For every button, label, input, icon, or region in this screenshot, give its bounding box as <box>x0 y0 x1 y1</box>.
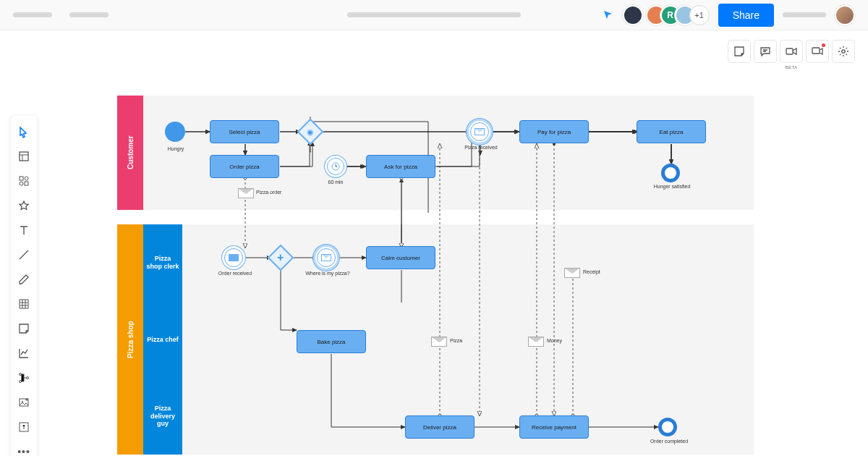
message-money[interactable] <box>528 337 544 347</box>
task-pay-for-pizza[interactable]: Pay for pizza <box>519 120 589 143</box>
svg-rect-6 <box>25 182 28 185</box>
table-icon <box>18 298 30 310</box>
task-receive-payment[interactable]: Receive payment <box>519 415 589 439</box>
task-bake-pizza[interactable]: Bake pizza <box>297 330 366 353</box>
task-select-pizza[interactable]: Select pizza <box>210 120 279 143</box>
start-event-hungry[interactable] <box>165 122 185 142</box>
tool-favorite[interactable] <box>17 198 31 213</box>
note-button[interactable] <box>728 40 751 63</box>
avatar-group: R +1 <box>652 5 710 25</box>
notification-dot-icon <box>822 43 825 47</box>
tool-export[interactable] <box>17 420 31 434</box>
present-icon <box>812 46 823 57</box>
svg-rect-8 <box>20 300 28 308</box>
svg-point-10 <box>20 381 22 383</box>
task-calm-customer[interactable]: Calm customer <box>366 246 435 269</box>
svg-point-5 <box>25 177 28 180</box>
label-hunger-satisfied: Hunger satisfied <box>647 184 697 189</box>
connectors-icon <box>18 372 30 384</box>
task-deliver-pizza[interactable]: Deliver pizza <box>405 415 475 439</box>
task-ask-for-pizza[interactable]: Ask for pizza <box>366 155 435 178</box>
label-pizza-order: Pizza order <box>256 190 289 195</box>
settings-button[interactable] <box>832 40 855 63</box>
svg-rect-4 <box>20 177 23 180</box>
end-event-hunger-satisfied[interactable] <box>661 164 680 182</box>
gateway-icon: ◉ <box>307 127 314 137</box>
tool-select[interactable] <box>17 124 31 139</box>
svg-point-2 <box>842 50 845 53</box>
share-button[interactable]: Share <box>718 4 774 27</box>
label-60min: 60 min <box>323 180 349 185</box>
svg-point-11 <box>27 377 29 379</box>
message-pizza-order[interactable] <box>238 188 254 198</box>
avatar-overflow-count[interactable]: +1 <box>689 5 710 25</box>
tool-text[interactable] <box>17 223 31 237</box>
placeholder-menu <box>783 12 826 17</box>
event-where-is-my-pizza[interactable] <box>317 248 336 267</box>
timer-event-60min[interactable] <box>327 158 344 175</box>
comment-button[interactable] <box>754 40 777 63</box>
text-icon <box>18 224 30 236</box>
clock-icon <box>331 162 340 171</box>
lane-body-customer <box>143 96 754 210</box>
avatar-profile[interactable] <box>835 5 855 25</box>
end-event-order-completed[interactable] <box>658 418 677 436</box>
avatar-current-user[interactable] <box>623 5 643 25</box>
tool-line[interactable] <box>17 248 31 262</box>
cursor-icon <box>17 125 30 138</box>
comment-icon <box>760 46 771 57</box>
label-pizza-received: Pizza received <box>461 145 501 150</box>
placeholder-subtitle <box>69 12 109 17</box>
secondary-toolbar: BETA <box>728 40 855 63</box>
tool-table[interactable] <box>17 297 31 311</box>
top-header: R +1 Share <box>0 0 868 30</box>
image-icon <box>18 397 30 408</box>
video-icon <box>786 46 797 57</box>
tool-pen[interactable] <box>17 272 31 287</box>
tool-template[interactable] <box>17 149 31 164</box>
svg-point-7 <box>20 182 23 185</box>
sticky-icon <box>18 323 30 334</box>
label-pizza: Pizza <box>450 338 472 343</box>
label-hungry: Hungry <box>162 146 190 151</box>
tool-image[interactable] <box>17 395 31 410</box>
cursor-icon <box>603 9 614 21</box>
pen-icon <box>18 274 30 285</box>
message-receipt[interactable] <box>564 268 580 278</box>
event-order-received[interactable] <box>224 248 243 267</box>
header-left <box>13 12 109 17</box>
label-order-received: Order received <box>216 271 255 276</box>
tool-more[interactable]: ••• <box>17 444 31 456</box>
star-icon <box>18 200 30 211</box>
tool-shapes[interactable] <box>17 174 31 188</box>
envelope-icon <box>229 254 239 261</box>
beta-label: BETA <box>786 65 797 69</box>
svg-rect-1 <box>812 48 820 54</box>
tool-sticky[interactable] <box>17 321 31 336</box>
diagram-canvas[interactable]: Customer Pizza shop Pizza shop clerk Piz… <box>117 96 754 455</box>
tool-chart[interactable] <box>17 346 31 360</box>
label-where-is-my-pizza: Where is my pizza? <box>304 271 352 276</box>
sublane-header-delivery[interactable]: Pizza delivery guy <box>143 378 182 455</box>
tool-connectors[interactable] <box>17 371 31 385</box>
placeholder-title <box>13 12 52 17</box>
event-pizza-received[interactable] <box>470 122 489 141</box>
envelope-icon <box>475 128 485 135</box>
gear-icon <box>838 46 849 57</box>
shapes-icon <box>18 175 30 187</box>
task-order-pizza[interactable]: Order pizza <box>210 155 279 178</box>
svg-rect-0 <box>786 48 793 54</box>
sublane-header-chef[interactable]: Pizza chef <box>143 301 182 378</box>
lane-header-customer[interactable]: Customer <box>117 96 143 210</box>
lane-header-pizza-shop[interactable]: Pizza shop <box>117 224 143 455</box>
task-eat-pizza[interactable]: Eat pizza <box>637 120 706 143</box>
present-button[interactable] <box>806 40 829 63</box>
line-icon <box>18 249 30 261</box>
export-icon <box>18 421 30 433</box>
lane-body-clerk <box>182 224 754 301</box>
template-icon <box>18 151 30 162</box>
message-pizza[interactable] <box>431 337 447 347</box>
note-icon <box>733 46 745 57</box>
sublane-header-clerk[interactable]: Pizza shop clerk <box>143 224 182 301</box>
video-button[interactable]: BETA <box>780 40 803 63</box>
